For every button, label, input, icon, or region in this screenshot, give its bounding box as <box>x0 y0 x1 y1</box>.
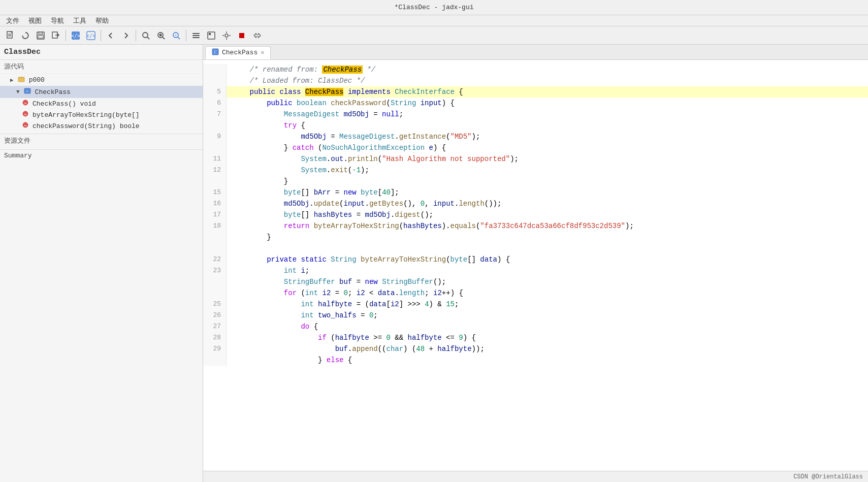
code-line-17: 17 byte[] hashBytes = md5Obj.digest(); <box>203 209 868 220</box>
toolbar-settings3[interactable] <box>219 28 234 43</box>
tree-item-checkpassword[interactable]: m checkPassword(String) boole <box>0 120 203 132</box>
menu-file[interactable]: 文件 <box>2 15 23 26</box>
tree-item-bytearraytohex[interactable]: m byteArrayToHexString(byte[] <box>0 109 203 120</box>
status-text: CSDN @OrientalGlass <box>793 473 863 480</box>
toolbar-reload[interactable] <box>18 28 33 43</box>
line-content-comment1: /* renamed from: CheckPass */ <box>227 64 375 75</box>
toolbar-stop[interactable] <box>235 28 249 43</box>
method-icon-2: m <box>22 111 28 119</box>
toolbar-search1[interactable] <box>139 28 153 43</box>
tree-item-checkpass[interactable]: ▼ C CheckPass <box>0 86 203 98</box>
class-icon: C <box>24 87 31 97</box>
status-bar: CSDN @OrientalGlass <box>203 471 868 482</box>
expand-icon: ▶ <box>10 77 14 83</box>
line-num-else <box>203 355 227 366</box>
tree-container: ▶ p000 ▼ C CheckPass m <box>0 74 203 132</box>
toolbar-search2[interactable] <box>154 28 168 43</box>
line-content-22: private static String byteArrayToHexStri… <box>227 254 510 265</box>
line-content-empty1 <box>227 243 237 254</box>
menu-view[interactable]: 视图 <box>24 15 46 26</box>
line-num-catch <box>203 142 227 153</box>
toolbar-back[interactable] <box>104 28 118 43</box>
toolbar-sep2 <box>101 30 101 41</box>
line-content-17: byte[] hashBytes = md5Obj.digest(); <box>227 209 433 220</box>
code-line-7: 7 MessageDigest md5Obj = null; <box>203 109 868 120</box>
tree-item-constructor[interactable]: m CheckPass() void <box>0 98 203 109</box>
toolbar-settings1[interactable] <box>189 28 203 43</box>
code-line-27: 27 do { <box>203 321 868 332</box>
code-editor[interactable]: /* renamed from: CheckPass */ /* Loaded … <box>203 60 868 471</box>
line-num-5: 5 <box>203 86 227 98</box>
line-content-26: int two_halfs = 0; <box>227 310 378 321</box>
svg-rect-32 <box>18 77 24 82</box>
svg-text:+: + <box>175 33 177 38</box>
toolbar: </> </> + <box>0 26 868 45</box>
code-line-29: 29 buf.append((char) (48 + halfbyte)); <box>203 343 868 355</box>
line-num-11: 11 <box>203 153 227 165</box>
tree-label-bytearraytohex: byteArrayToHexString(byte[] <box>33 111 140 119</box>
svg-rect-31 <box>239 33 244 38</box>
svg-rect-21 <box>192 33 200 34</box>
toolbar-settings2[interactable] <box>204 28 218 43</box>
tree-item-p000[interactable]: ▶ p000 <box>0 74 203 86</box>
toolbar-extra[interactable] <box>250 28 264 43</box>
svg-rect-5 <box>39 32 43 35</box>
line-num-stringbuffer <box>203 276 227 287</box>
code-line-for: for (int i2 = 0; i2 < data.length; i2++)… <box>203 287 868 299</box>
menu-bar: 文件 视图 导航 工具 帮助 <box>0 15 868 26</box>
tab-checkpass[interactable]: C CheckPass ✕ <box>205 46 271 59</box>
line-content-6: public boolean checkPassword(String inpu… <box>227 98 455 109</box>
line-num-28: 28 <box>203 332 227 343</box>
line-num-23: 23 <box>203 265 227 276</box>
toolbar-decompile2[interactable]: </> <box>84 28 98 43</box>
main-layout: ClassDec 源代码 ▶ p000 ▼ C CheckPass <box>0 45 868 482</box>
line-num-blank1 <box>203 64 227 75</box>
sidebar-summary[interactable]: Summary <box>0 149 203 162</box>
code-line-close2: } <box>203 232 868 243</box>
menu-tools[interactable]: 工具 <box>69 15 90 26</box>
line-num-for <box>203 287 227 299</box>
toolbar-search3[interactable]: + <box>169 28 183 43</box>
toolbar-new[interactable] <box>3 28 17 43</box>
line-content-close2: } <box>227 232 271 243</box>
code-line-try: try { <box>203 120 868 131</box>
line-num-27: 27 <box>203 321 227 332</box>
tab-icon: C <box>212 48 219 57</box>
line-num-6: 6 <box>203 98 227 109</box>
toolbar-sep3 <box>136 30 136 41</box>
line-content-5: public class CheckPass implements CheckI… <box>227 86 463 98</box>
line-content-25: int halfbyte = (data[i2] >>> 4) & 15; <box>227 299 459 310</box>
toolbar-save[interactable] <box>34 28 48 43</box>
menu-nav[interactable]: 导航 <box>47 15 68 26</box>
menu-help[interactable]: 帮助 <box>91 15 113 26</box>
line-content-18: return byteArrayToHexString(hashBytes).e… <box>227 220 634 232</box>
line-content-16: md5Obj.update(input.getBytes(), 0, input… <box>227 198 501 209</box>
line-content-7: MessageDigest md5Obj = null; <box>227 109 403 120</box>
toolbar-decompile[interactable]: </> <box>69 28 83 43</box>
tab-close-btn[interactable]: ✕ <box>261 49 264 56</box>
line-content-close1: } <box>227 176 288 187</box>
line-num-18: 18 <box>203 220 227 232</box>
svg-rect-23 <box>192 37 200 38</box>
line-content-27: do { <box>227 321 318 332</box>
code-line-18: 18 return byteArrayToHexString(hashBytes… <box>203 220 868 232</box>
toolbar-export[interactable] <box>49 28 63 43</box>
line-content-23: int i; <box>227 265 309 276</box>
line-content-29: buf.append((char) (48 + halfbyte)); <box>227 343 485 355</box>
sidebar-resources[interactable]: 资源文件 <box>0 134 203 147</box>
code-line-12: 12 System.exit(-1); <box>203 165 868 176</box>
tree-label-checkpassword: checkPassword(String) boole <box>33 122 140 130</box>
line-num-empty1 <box>203 243 227 254</box>
line-num-close1 <box>203 176 227 187</box>
method-icon-3: m <box>22 122 28 130</box>
line-content-12: System.exit(-1); <box>227 165 369 176</box>
svg-text:C: C <box>26 89 28 93</box>
sidebar-source-label: 源代码 <box>0 60 203 74</box>
line-num-29: 29 <box>203 343 227 355</box>
toolbar-forward[interactable] <box>119 28 133 43</box>
svg-text:m: m <box>24 112 26 116</box>
line-num-22: 22 <box>203 254 227 265</box>
line-content-else: } else { <box>227 355 352 366</box>
code-line-16: 16 md5Obj.update(input.getBytes(), 0, in… <box>203 198 868 209</box>
sidebar-class-title: ClassDec <box>0 45 203 60</box>
